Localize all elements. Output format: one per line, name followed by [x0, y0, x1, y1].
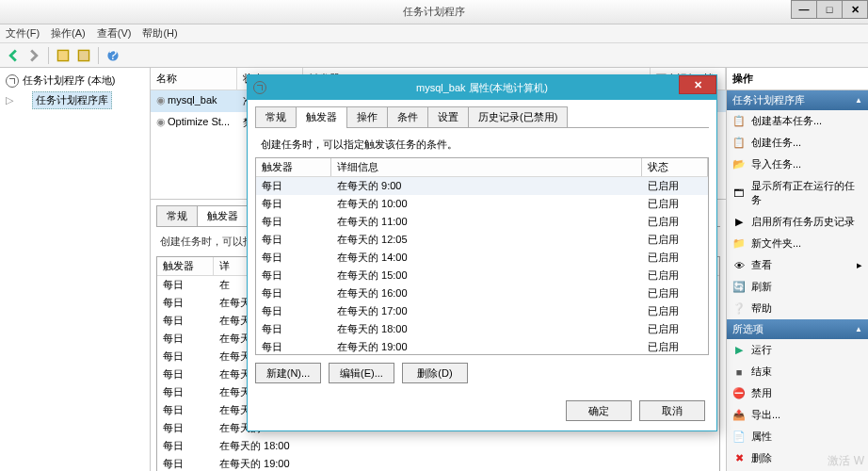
trigger-row[interactable]: 每日在每天的 10:00已启用 — [256, 195, 708, 213]
bg-trigger-row[interactable]: 每日在每天的 18:00 — [157, 437, 719, 455]
actions-section-selected[interactable]: 所选项▲ — [727, 319, 868, 339]
clock-icon — [6, 74, 19, 88]
tb-icon-1[interactable] — [54, 46, 72, 65]
section-label: 所选项 — [732, 322, 764, 336]
svg-text:?: ? — [109, 49, 118, 62]
task-name: Optimize St... — [168, 116, 230, 127]
action-icon: 📄 — [732, 430, 746, 444]
tree-child[interactable]: ▷ 任务计划程序库 — [4, 89, 146, 111]
action-icon: ❔ — [732, 302, 746, 316]
actions-title: 操作 — [727, 68, 868, 90]
dlg-tab-actions[interactable]: 操作 — [346, 106, 388, 128]
tree-root[interactable]: 任务计划程序 (本地) — [4, 72, 146, 89]
dlg-col-status[interactable]: 状态 — [642, 158, 708, 176]
delete-trigger-button[interactable]: 删除(D) — [402, 363, 468, 383]
menu-help[interactable]: 帮助(H) — [142, 26, 177, 41]
action-icon: 🗔 — [732, 187, 746, 200]
tb-icon-2[interactable] — [74, 46, 93, 65]
watermark: 激活 W — [828, 453, 864, 469]
trigger-row[interactable]: 每日在每天的 18:00已启用 — [256, 320, 708, 338]
toolbar: ? — [0, 43, 868, 68]
action-icon: ✖ — [732, 452, 746, 465]
action-icon: ▶ — [732, 216, 746, 229]
dialog-tabs: 常规 触发器 操作 条件 设置 历史记录(已禁用) — [255, 106, 709, 128]
section-label: 任务计划程序库 — [732, 93, 805, 107]
action-icon: ▶ — [732, 344, 746, 357]
minimize-button[interactable]: — — [791, 0, 817, 19]
action-item[interactable]: 📄属性 — [727, 426, 868, 447]
action-icon: 📂 — [732, 158, 746, 171]
dlg-tab-settings[interactable]: 设置 — [427, 106, 469, 128]
action-item[interactable]: 👁查看▸ — [727, 254, 868, 276]
svg-rect-0 — [57, 50, 68, 60]
action-item[interactable]: 📁新文件夹... — [727, 233, 868, 254]
dlg-tab-conditions[interactable]: 条件 — [387, 106, 428, 128]
back-button[interactable] — [4, 46, 23, 65]
trigger-row[interactable]: 每日在每天的 9:00已启用 — [256, 177, 708, 195]
action-icon: 👁 — [732, 259, 746, 272]
new-trigger-button[interactable]: 新建(N)... — [255, 363, 321, 383]
dialog-title: mysql_bak 属性(本地计算机) — [416, 81, 548, 95]
action-item[interactable]: 📋创建任务... — [727, 132, 868, 154]
menu-file[interactable]: 文件(F) — [6, 26, 40, 41]
app-title: 任务计划程序 — [403, 5, 465, 19]
trigger-grid: 触发器 详细信息 状态 每日在每天的 9:00已启用每日在每天的 10:00已启… — [255, 157, 709, 355]
bg-tab-general[interactable]: 常规 — [156, 205, 198, 226]
ok-button[interactable]: 确定 — [566, 400, 632, 421]
action-item[interactable]: 🔄刷新 — [727, 276, 868, 298]
action-icon: ⛔ — [732, 387, 746, 400]
action-item[interactable]: ▶运行 — [727, 339, 868, 361]
dlg-col-detail[interactable]: 详细信息 — [331, 158, 642, 176]
col-name[interactable]: 名称 — [151, 68, 237, 89]
action-item[interactable]: 📤导出... — [727, 404, 868, 426]
dialog-desc: 创建任务时，可以指定触发该任务的条件。 — [255, 128, 709, 157]
action-icon: 📋 — [732, 115, 746, 128]
forward-button[interactable] — [24, 46, 43, 65]
dlg-tab-general[interactable]: 常规 — [255, 106, 297, 128]
tree-child-label: 任务计划程序库 — [32, 91, 112, 109]
action-item[interactable]: 📋创建基本任务... — [727, 110, 868, 132]
close-button[interactable]: ✕ — [842, 0, 868, 19]
action-item[interactable]: 🗔显示所有正在运行的任务 — [727, 175, 868, 211]
action-item[interactable]: 📂导入任务... — [727, 154, 868, 175]
menu-view[interactable]: 查看(V) — [97, 26, 132, 41]
menu-action[interactable]: 操作(A) — [51, 26, 86, 41]
dlg-tab-history[interactable]: 历史记录(已禁用) — [468, 106, 568, 128]
dialog-titlebar[interactable]: mysql_bak 属性(本地计算机) ✕ — [248, 75, 716, 100]
action-icon: 🔄 — [732, 281, 746, 294]
action-item[interactable]: ■结束 — [727, 361, 868, 382]
trigger-row[interactable]: 每日在每天的 19:00已启用 — [256, 338, 708, 355]
trigger-row[interactable]: 每日在每天的 11:00已启用 — [256, 213, 708, 231]
bg-tab-triggers[interactable]: 触发器 — [197, 205, 249, 226]
dlg-tab-triggers[interactable]: 触发器 — [296, 106, 347, 128]
action-icon: 📁 — [732, 237, 746, 251]
trigger-row[interactable]: 每日在每天的 17:00已启用 — [256, 302, 708, 320]
cancel-button[interactable]: 取消 — [639, 400, 705, 421]
trigger-row[interactable]: 每日在每天的 16:00已启用 — [256, 284, 708, 302]
action-item[interactable]: ▶启用所有任务历史记录 — [727, 211, 868, 233]
menubar: 文件(F) 操作(A) 查看(V) 帮助(H) — [0, 24, 868, 43]
task-name: mysql_bak — [168, 94, 217, 106]
svg-rect-1 — [78, 50, 88, 60]
tree-root-label: 任务计划程序 (本地) — [23, 73, 115, 88]
trigger-row[interactable]: 每日在每天的 12:05已启用 — [256, 231, 708, 249]
tree-pane: 任务计划程序 (本地) ▷ 任务计划程序库 — [0, 68, 151, 471]
dialog-close-button[interactable]: ✕ — [679, 75, 716, 94]
action-item[interactable]: ⛔禁用 — [727, 382, 868, 404]
edit-trigger-button[interactable]: 编辑(E)... — [329, 363, 394, 383]
maximize-button[interactable]: □ — [816, 0, 843, 19]
trigger-row[interactable]: 每日在每天的 15:00已启用 — [256, 267, 708, 284]
bg-col-trigger[interactable]: 触发器 — [157, 257, 214, 275]
action-icon: 📋 — [732, 137, 746, 150]
trigger-row[interactable]: 每日在每天的 14:00已启用 — [256, 249, 708, 267]
clock-icon — [253, 81, 266, 94]
action-item[interactable]: ❔帮助 — [727, 298, 868, 319]
action-icon: 📤 — [732, 409, 746, 422]
bg-trigger-row[interactable]: 每日在每天的 19:00 — [157, 455, 719, 471]
actions-pane: 操作 任务计划程序库▲ 📋创建基本任务...📋创建任务...📂导入任务...🗔显… — [727, 68, 868, 471]
actions-section-library[interactable]: 任务计划程序库▲ — [727, 90, 868, 110]
dlg-col-trigger[interactable]: 触发器 — [256, 158, 331, 176]
titlebar: 任务计划程序 — □ ✕ — [0, 0, 868, 24]
action-icon: ■ — [732, 365, 746, 379]
help-icon[interactable]: ? — [104, 46, 122, 65]
